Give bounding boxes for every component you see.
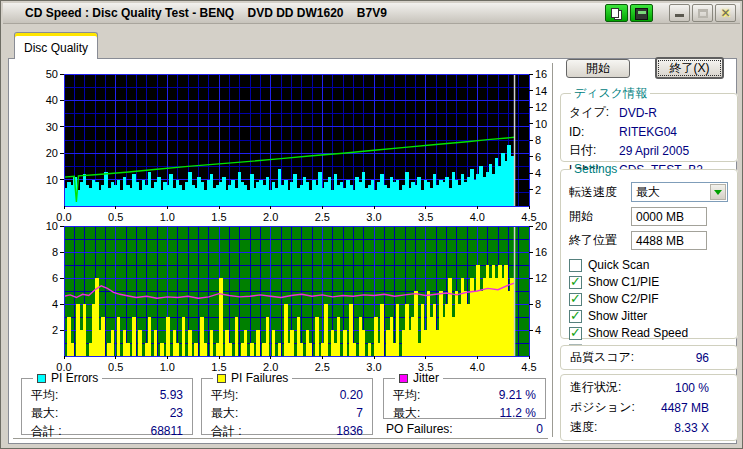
disc-info-title: ディスク情報	[571, 85, 650, 102]
pi-errors-max: 23	[170, 406, 183, 420]
checkbox-label: Quick Scan	[588, 258, 649, 272]
checkbox-show-jitter[interactable]: ✓Show Jitter	[569, 308, 737, 324]
start-button[interactable]: 開始	[566, 59, 630, 78]
pi-failures-title: PI Failures	[231, 371, 288, 385]
max-label: 最大:	[393, 405, 420, 422]
pi-failures-avg: 0.20	[340, 388, 363, 402]
chevron-down-icon[interactable]	[710, 184, 726, 200]
checkbox-show-c2-pif[interactable]: ✓Show C2/PIF	[569, 291, 737, 307]
transfer-speed-label: 転送速度	[569, 184, 631, 201]
exit-button[interactable]: 終了(X)	[655, 57, 724, 79]
checkbox-label: Show C2/PIF	[588, 292, 659, 306]
panel-separator	[552, 63, 554, 437]
progress-label: 進行状況:	[570, 379, 621, 396]
po-failures-label: PO Failures:	[386, 422, 453, 436]
start-position-input[interactable]: 0000 MB	[631, 207, 707, 226]
position-label: ポジション:	[570, 399, 635, 416]
checkbox-icon[interactable]: ✓	[569, 310, 582, 323]
pi-failures-swatch	[217, 374, 226, 383]
avg-label: 平均:	[393, 387, 420, 404]
checkbox-show-read-speed[interactable]: ✓Show Read Speed	[569, 325, 737, 341]
pi-errors-avg: 5.93	[160, 388, 183, 402]
jitter-title: Jitter	[413, 371, 439, 385]
speed-label: 速度:	[570, 419, 597, 436]
checkbox-icon[interactable]	[569, 259, 582, 272]
disc-date-label: 日付:	[569, 141, 619, 160]
max-label: 最大:	[31, 405, 58, 422]
maximize-button[interactable]	[692, 4, 713, 22]
po-failures-value: 0	[536, 422, 543, 436]
pi-failures-total: 1836	[336, 424, 363, 438]
window-title: CD Speed : Disc Quality Test - BENQ DVD …	[25, 6, 387, 20]
end-position-label: 終了位置	[569, 232, 631, 249]
total-label: 合計 :	[211, 423, 242, 440]
checkbox-label: Show C1/PIE	[588, 275, 659, 289]
exit-button-label: 終了(X)	[670, 60, 710, 77]
save-icon[interactable]	[630, 4, 653, 22]
pi-errors-total: 68811	[151, 424, 183, 438]
po-failures-row: PO Failures: 0	[386, 421, 543, 437]
settings-group: Settings 転送速度 最大 開始 0000 MB 終了位置 4488 MB…	[560, 162, 738, 339]
checkbox-icon[interactable]: ✓	[569, 293, 582, 306]
end-position-value: 4488 MB	[636, 234, 684, 248]
quality-score-value: 96	[696, 351, 709, 365]
transfer-speed-value: 最大	[636, 184, 660, 201]
app-window: CD Speed : Disc Quality Test - BENQ DVD …	[0, 0, 743, 449]
disc-id-value: RITEKG04	[619, 122, 737, 141]
speed-value: 8.33 X	[674, 421, 709, 435]
start-position-label: 開始	[569, 208, 631, 225]
jitter-max: 11.2 %	[500, 406, 536, 420]
jitter-legend-box: Jitter 平均:9.21 % 最大:11.2 %	[383, 371, 546, 419]
end-position-input[interactable]: 4488 MB	[631, 231, 707, 250]
progress-box: 進行状況:100 % ポジション:4487 MB 速度:8.33 X	[560, 374, 738, 441]
jitter-swatch	[399, 374, 408, 383]
pi-errors-legend-box: PI Errors 平均:5.93 最大:23 合計 :68811	[21, 371, 193, 435]
disc-date-value: 29 April 2005	[619, 141, 737, 160]
pi-errors-swatch	[37, 374, 46, 383]
avg-label: 平均:	[211, 387, 238, 404]
copy-icon[interactable]	[605, 4, 628, 22]
checkbox-quick-scan[interactable]: Quick Scan	[569, 257, 737, 273]
progress-value: 100 %	[675, 381, 709, 395]
checkbox-icon[interactable]: ✓	[569, 327, 582, 340]
quality-score-box: 品質スコア: 96	[560, 345, 738, 370]
disc-type-value: DVD-R	[619, 103, 737, 122]
max-label: 最大:	[211, 405, 238, 422]
transfer-speed-select[interactable]: 最大	[631, 182, 728, 202]
disc-type-label: タイプ:	[569, 103, 619, 122]
checkbox-label: Show Read Speed	[588, 326, 688, 340]
close-button[interactable]: ✕	[715, 4, 736, 22]
checkbox-icon[interactable]: ✓	[569, 276, 582, 289]
checkbox-show-c1-pie[interactable]: ✓Show C1/PIE	[569, 274, 737, 290]
minimize-button[interactable]	[669, 4, 690, 22]
start-button-label: 開始	[586, 60, 610, 77]
tab-disc-quality[interactable]: Disc Quality	[14, 32, 98, 59]
disc-id-label: ID:	[569, 122, 619, 141]
title-bar[interactable]: CD Speed : Disc Quality Test - BENQ DVD …	[3, 3, 740, 24]
avg-label: 平均:	[31, 387, 58, 404]
position-value: 4487 MB	[661, 401, 709, 415]
disc-info-group: ディスク情報 タイプ:DVD-R ID:RITEKG04 日付:29 April…	[560, 85, 738, 162]
settings-title: Settings	[571, 162, 620, 176]
total-label: 合計 :	[31, 423, 62, 440]
jitter-avg: 9.21 %	[499, 388, 536, 402]
checkbox-label: Show Jitter	[588, 309, 647, 323]
tab-label: Disc Quality	[24, 41, 88, 55]
pi-failures-max: 7	[356, 406, 363, 420]
pi-errors-title: PI Errors	[51, 371, 98, 385]
pi-failures-legend-box: PI Failures 平均:0.20 最大:7 合計 :1836	[201, 371, 373, 435]
start-position-value: 0000 MB	[636, 210, 684, 224]
quality-score-label: 品質スコア:	[570, 349, 634, 366]
